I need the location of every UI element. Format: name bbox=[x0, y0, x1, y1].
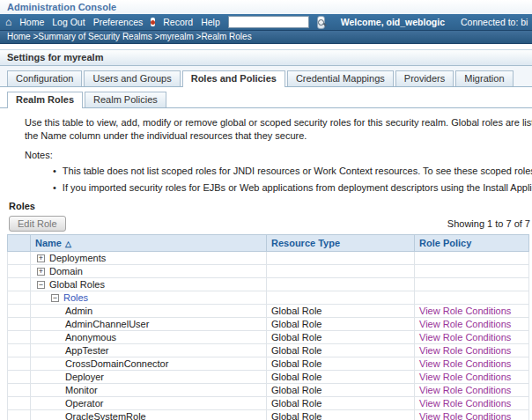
table-row: AppTesterGlobal RoleView Role Conditions bbox=[8, 344, 529, 357]
view-role-conditions-link[interactable]: View Role Conditions bbox=[419, 306, 511, 316]
table-row: −Global Roles bbox=[8, 278, 529, 291]
collapse-icon[interactable]: − bbox=[51, 294, 59, 302]
toolbar-record-link[interactable]: Record bbox=[163, 17, 193, 27]
toolbar-preferences-link[interactable]: Preferences bbox=[93, 17, 144, 27]
row-name-cell: Deployer bbox=[31, 371, 267, 384]
search-icon bbox=[318, 19, 324, 26]
tab-migration[interactable]: Migration bbox=[455, 70, 513, 86]
table-row: OperatorGlobal RoleView Role Conditions bbox=[8, 397, 529, 410]
view-role-conditions-link[interactable]: View Role Conditions bbox=[419, 385, 511, 395]
page-title: Settings for myrealm bbox=[7, 52, 103, 63]
breadcrumb-item-summary-of-security-realms[interactable]: Summary of Security Realms bbox=[38, 32, 151, 41]
toolbar-home-link[interactable]: Home bbox=[19, 17, 44, 27]
toolbar-logout-link[interactable]: Log Out bbox=[52, 17, 85, 27]
view-role-conditions-link[interactable]: View Role Conditions bbox=[419, 319, 511, 329]
row-name-cell: AdminChannelUser bbox=[31, 318, 267, 331]
connected-text: Connected to: bi bbox=[461, 17, 528, 27]
column-header-role-policy[interactable]: Role Policy bbox=[415, 235, 529, 252]
table-row: +Deployments bbox=[8, 252, 529, 265]
tab-providers[interactable]: Providers bbox=[395, 70, 454, 86]
tab-users-and-groups[interactable]: Users and Groups bbox=[84, 70, 180, 86]
row-name-cell: CrossDomainConnector bbox=[31, 357, 267, 371]
row-select-cell bbox=[8, 384, 31, 397]
view-role-conditions-link[interactable]: View Role Conditions bbox=[419, 332, 511, 343]
resource-type-cell: Global Role bbox=[267, 344, 415, 357]
header-select-column bbox=[8, 235, 31, 252]
notes-list: This table does not list scoped roles fo… bbox=[25, 166, 532, 193]
breadcrumb-item-realm-roles[interactable]: Realm Roles bbox=[201, 32, 251, 41]
table-toolbar: Edit Role Showing 1 to 7 of 7 bbox=[0, 216, 532, 232]
search-input[interactable] bbox=[228, 16, 309, 28]
welcome-text: Welcome, oid_weblogic bbox=[341, 17, 445, 27]
column-header-name[interactable]: Name△ bbox=[31, 235, 267, 252]
role-policy-cell bbox=[415, 252, 529, 265]
row-name-cell: OracleSystemRole bbox=[31, 410, 267, 420]
tab-credential-mappings[interactable]: Credential Mappings bbox=[287, 70, 394, 86]
toolbar-help-link[interactable]: Help bbox=[201, 17, 220, 27]
resource-type-cell bbox=[267, 291, 415, 305]
role-policy-cell: View Role Conditions bbox=[415, 331, 529, 344]
breadcrumb-item-home[interactable]: Home bbox=[7, 32, 31, 41]
table-row: −Roles bbox=[8, 291, 529, 305]
row-name: AppTester bbox=[65, 345, 109, 356]
subtab-realm-roles[interactable]: Realm Roles bbox=[7, 92, 83, 108]
row-name: Global Roles bbox=[49, 279, 105, 290]
row-select-cell bbox=[8, 331, 31, 344]
row-name: Monitor bbox=[65, 385, 98, 395]
tab-configuration[interactable]: Configuration bbox=[7, 70, 82, 86]
view-role-conditions-link[interactable]: View Role Conditions bbox=[419, 358, 511, 369]
subtab-realm-policies[interactable]: Realm Policies bbox=[85, 92, 166, 107]
settings-header: Settings for myrealm bbox=[0, 49, 532, 66]
row-name[interactable]: Roles bbox=[63, 292, 88, 303]
app-title: Administration Console bbox=[7, 2, 116, 12]
view-role-conditions-link[interactable]: View Role Conditions bbox=[419, 345, 511, 356]
note-item: If you imported security roles for EJBs … bbox=[53, 182, 532, 193]
row-name-cell: −Global Roles bbox=[31, 278, 267, 291]
row-select-cell bbox=[8, 265, 31, 278]
intro-line-2: the Name column under the individual res… bbox=[25, 129, 532, 143]
home-icon[interactable]: ⌂ bbox=[5, 18, 11, 26]
role-policy-cell: View Role Conditions bbox=[415, 305, 529, 318]
row-select-cell bbox=[8, 410, 31, 420]
breadcrumb: Home >Summary of Security Realms >myreal… bbox=[0, 31, 532, 44]
role-policy-cell: View Role Conditions bbox=[415, 357, 529, 371]
row-name-cell: Anonymous bbox=[31, 331, 267, 344]
collapse-icon[interactable]: − bbox=[37, 281, 45, 289]
view-role-conditions-link[interactable]: View Role Conditions bbox=[419, 398, 511, 409]
expand-icon[interactable]: + bbox=[37, 268, 45, 276]
row-name-cell: +Deployments bbox=[31, 252, 267, 265]
tab-roles-and-policies[interactable]: Roles and Policies bbox=[182, 70, 285, 87]
view-role-conditions-link[interactable]: View Role Conditions bbox=[419, 372, 511, 382]
row-name-cell: Monitor bbox=[31, 384, 267, 397]
expand-icon[interactable]: + bbox=[37, 254, 45, 262]
top-toolbar: ⌂ Home Log Out Preferences Record Help W… bbox=[0, 14, 532, 31]
breadcrumb-item-myrealm[interactable]: myrealm bbox=[159, 32, 193, 41]
note-item: This table does not list scoped roles fo… bbox=[53, 166, 532, 176]
role-policy-cell: View Role Conditions bbox=[415, 384, 529, 397]
table-row: CrossDomainConnectorGlobal RoleView Role… bbox=[8, 357, 529, 371]
table-header-row: Name△ Resource Type Role Policy bbox=[8, 235, 529, 252]
row-select-cell bbox=[8, 305, 31, 318]
row-name: CrossDomainConnector bbox=[65, 358, 168, 369]
role-policy-cell: View Role Conditions bbox=[415, 410, 529, 420]
notes-label: Notes: bbox=[25, 150, 532, 160]
role-policy-cell: View Role Conditions bbox=[415, 344, 529, 357]
row-select-cell bbox=[8, 371, 31, 384]
row-name: OracleSystemRole bbox=[65, 411, 146, 420]
row-select-cell bbox=[8, 291, 31, 305]
row-name: Domain bbox=[49, 266, 83, 276]
view-role-conditions-link[interactable]: View Role Conditions bbox=[419, 411, 511, 420]
intro-text: Use this table to view, add, modify or r… bbox=[25, 116, 532, 143]
row-name: AdminChannelUser bbox=[65, 319, 149, 329]
row-select-cell bbox=[8, 318, 31, 331]
role-policy-cell bbox=[415, 278, 529, 291]
row-select-cell bbox=[8, 397, 31, 410]
row-select-cell bbox=[8, 357, 31, 371]
sort-ascending-icon[interactable]: △ bbox=[65, 239, 71, 248]
column-header-resource-type[interactable]: Resource Type bbox=[267, 235, 415, 252]
search-button[interactable] bbox=[317, 16, 325, 29]
resource-type-cell: Global Role bbox=[267, 331, 415, 344]
table-row: DeployerGlobal RoleView Role Conditions bbox=[8, 371, 529, 384]
role-policy-cell: View Role Conditions bbox=[415, 371, 529, 384]
edit-role-button[interactable]: Edit Role bbox=[9, 216, 66, 232]
